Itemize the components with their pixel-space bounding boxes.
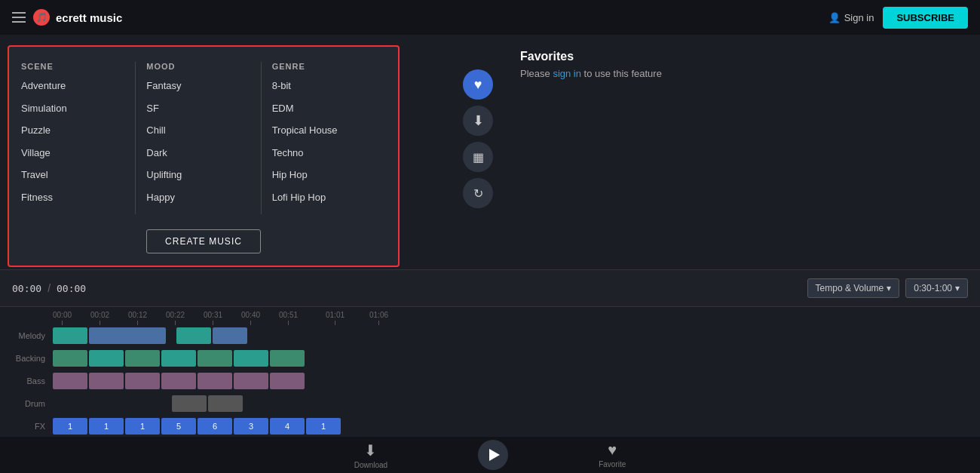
- melody-label: Melody: [0, 331, 51, 340]
- download-icon-button[interactable]: ⬇: [463, 106, 493, 136]
- header-left: 🎵 ecrett music: [12, 9, 122, 26]
- sign-in-button[interactable]: 👤 Sign in: [828, 12, 874, 23]
- backing-block-3[interactable]: [125, 350, 160, 367]
- mood-item-sf[interactable]: SF: [146, 103, 253, 115]
- fx-block-3[interactable]: 1: [125, 418, 160, 435]
- bass-block-7[interactable]: [270, 373, 305, 389]
- dropdown-panel: SCENE Adventure Simulation Puzzle Villag…: [8, 45, 400, 267]
- bass-track-row: Bass: [53, 370, 980, 392]
- fx-block-2[interactable]: 1: [89, 418, 124, 435]
- genre-item-lofi[interactable]: Lofi Hip Hop: [272, 192, 378, 204]
- favorites-subtitle: Please sign in to use this feature: [520, 68, 662, 79]
- scene-item-village[interactable]: Village: [21, 147, 127, 159]
- refresh-icon-button[interactable]: ↻: [463, 178, 493, 208]
- hamburger-icon[interactable]: [12, 12, 26, 23]
- genre-column: GENRE 8-bit EDM Tropical House Techno Hi…: [261, 62, 386, 214]
- favorite-action[interactable]: ♥ Favorite: [599, 441, 626, 468]
- drum-label: Drum: [0, 399, 51, 408]
- time-separator: /: [47, 282, 51, 294]
- bass-blocks: [53, 373, 305, 389]
- mood-item-happy[interactable]: Happy: [146, 192, 253, 204]
- scene-item-adventure[interactable]: Adventure: [21, 80, 127, 92]
- favorite-label: Favorite: [599, 460, 626, 468]
- scene-column: SCENE Adventure Simulation Puzzle Villag…: [21, 62, 135, 214]
- mood-item-chill[interactable]: Chill: [146, 124, 253, 137]
- scene-item-travel[interactable]: Travel: [21, 169, 127, 181]
- genre-item-tropical[interactable]: Tropical House: [272, 124, 378, 137]
- time-current: 00:00: [12, 283, 41, 294]
- favorites-title: Favorites: [520, 50, 662, 63]
- melody-block-3[interactable]: [176, 327, 211, 344]
- chevron-down-icon-2: ▾: [955, 283, 960, 293]
- backing-label: Backing: [0, 354, 51, 363]
- ruler-mark-7: 01:01: [326, 311, 345, 325]
- logo-area: 🎵 ecrett music: [33, 9, 122, 26]
- fx-block-4[interactable]: 5: [161, 418, 196, 435]
- fx-blocks: 1 1 1 5 6 3 4 1: [53, 418, 341, 435]
- melody-block-1[interactable]: [53, 327, 87, 344]
- favorites-sign-in-link[interactable]: sign in: [553, 68, 581, 79]
- backing-block-4[interactable]: [161, 350, 196, 367]
- scene-item-fitness[interactable]: Fitness: [21, 192, 127, 204]
- logo-icon: 🎵: [33, 9, 50, 26]
- create-music-button[interactable]: CREATE MUSIC: [146, 229, 261, 253]
- bass-block-3[interactable]: [125, 373, 160, 389]
- ruler-mark-5: 00:40: [241, 311, 260, 325]
- ruler-mark-3: 00:22: [166, 311, 185, 325]
- drum-blocks: [53, 395, 243, 412]
- drum-block-1[interactable]: [172, 395, 207, 412]
- backing-block-1[interactable]: [53, 350, 87, 367]
- ruler-mark-4: 00:31: [204, 311, 222, 325]
- backing-blocks: [53, 350, 305, 367]
- genre-item-techno[interactable]: Techno: [272, 147, 378, 159]
- favorite-icon-button[interactable]: ♥: [463, 69, 493, 100]
- bass-block-6[interactable]: [234, 373, 268, 389]
- genre-item-8bit[interactable]: 8-bit: [272, 80, 378, 92]
- drum-gap: [53, 395, 170, 412]
- backing-block-6[interactable]: [234, 350, 268, 367]
- download-icon: ⬇: [364, 441, 377, 459]
- backing-block-5[interactable]: [198, 350, 232, 367]
- ruler-mark-6: 00:51: [279, 311, 298, 325]
- favorites-prefix: Please: [520, 68, 553, 79]
- scene-item-simulation[interactable]: Simulation: [21, 103, 127, 115]
- fx-block-1[interactable]: 1: [53, 418, 87, 435]
- backing-block-7[interactable]: [270, 350, 305, 367]
- subscribe-button[interactable]: SUBSCRIBE: [883, 7, 968, 29]
- fx-label: FX: [0, 422, 51, 431]
- heart-icon: ♥: [608, 441, 617, 459]
- time-total: 00:00: [57, 283, 86, 294]
- melody-block-4[interactable]: [213, 327, 247, 344]
- play-triangle-icon: [489, 449, 500, 461]
- genre-item-edm[interactable]: EDM: [272, 103, 378, 115]
- genre-header: GENRE: [272, 62, 378, 71]
- bass-block-1[interactable]: [53, 373, 87, 389]
- download-action[interactable]: ⬇ Download: [354, 441, 387, 469]
- fx-block-8[interactable]: 1: [306, 418, 341, 435]
- fx-block-6[interactable]: 3: [234, 418, 268, 435]
- bass-block-5[interactable]: [198, 373, 232, 389]
- bass-block-2[interactable]: [89, 373, 124, 389]
- tracks-container: Melody Backing Bass: [0, 325, 980, 437]
- track-area: 00:00 00:02 00:12 00:22 00:31 00:40 00:5…: [0, 307, 980, 437]
- drum-block-2[interactable]: [208, 395, 243, 412]
- melody-block-2[interactable]: [89, 327, 166, 344]
- mood-item-dark[interactable]: Dark: [146, 147, 253, 159]
- mood-item-uplifting[interactable]: Uplifting: [146, 169, 253, 181]
- backing-block-2[interactable]: [89, 350, 124, 367]
- film-icon-button[interactable]: ▦: [463, 142, 493, 172]
- ruler-mark-0: 00:00: [53, 311, 72, 325]
- create-btn-row: CREATE MUSIC: [21, 229, 386, 253]
- genre-item-hiphop[interactable]: Hip Hop: [272, 169, 378, 181]
- favorites-suffix: to use this feature: [581, 68, 662, 79]
- fx-block-7[interactable]: 4: [270, 418, 305, 435]
- tempo-volume-button[interactable]: Tempo & Volume ▾: [807, 278, 900, 298]
- bass-block-4[interactable]: [161, 373, 196, 389]
- mood-item-fantasy[interactable]: Fantasy: [146, 80, 253, 92]
- duration-button[interactable]: 0:30-1:00 ▾: [905, 278, 968, 298]
- scene-item-puzzle[interactable]: Puzzle: [21, 124, 127, 137]
- chevron-down-icon: ▾: [887, 283, 891, 293]
- fx-block-5[interactable]: 6: [198, 418, 232, 435]
- play-button[interactable]: [478, 440, 508, 470]
- ruler-mark-1: 00:02: [90, 311, 109, 325]
